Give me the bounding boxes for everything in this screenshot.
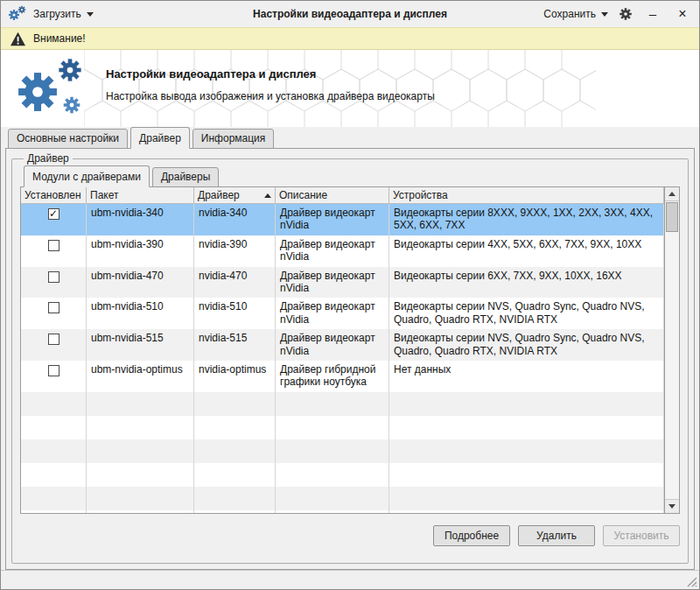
driver-cell: nvidia-470 (194, 267, 276, 299)
installed-cell (21, 329, 87, 361)
table-row-nvidia-optimus[interactable]: ubm-nvidia-optimus nvidia-optimus Драйве… (21, 361, 664, 392)
description-cell: Драйвер гибридной графики ноутбука (276, 361, 389, 392)
table-header-row: Установлен Пакет Драйвер Описание Устрой… (21, 187, 664, 204)
main-tabstrip: Основные настройки Драйвер Информация (1, 127, 699, 149)
installed-checkbox[interactable] (48, 302, 60, 313)
gear-icon (619, 7, 633, 21)
scroll-down-button[interactable] (665, 499, 679, 513)
installed-cell (21, 361, 87, 392)
table-row-nvidia-510[interactable]: ubm-nvidia-510 nvidia-510 Драйвер видеок… (21, 298, 664, 329)
devices-cell: Видеокарты серии 6XX, 7XX, 9XX, 10XX, 16… (389, 267, 664, 299)
package-cell: ubm-nvidia-340 (87, 204, 194, 235)
package-cell: ubm-nvidia-515 (87, 329, 194, 361)
driver-cell: nvidia-optimus (194, 361, 276, 392)
driver-cell: nvidia-340 (194, 204, 276, 235)
tab-driver-modules[interactable]: Модули с драйверами (24, 165, 150, 187)
action-buttons: Подробнее Удалить Установить (20, 525, 680, 546)
installed-checkbox[interactable] (48, 334, 60, 345)
description-cell: Драйвер видеокарт nVidia (276, 329, 389, 361)
table-empty-row (21, 510, 664, 514)
tab-drivers[interactable]: Драйверы (152, 167, 219, 187)
app-gears-icon (8, 5, 27, 23)
driver-cell: nvidia-510 (194, 298, 276, 329)
statusbar (1, 570, 699, 589)
scroll-up-button[interactable] (665, 187, 679, 201)
table-row-nvidia-515[interactable]: ubm-nvidia-515 nvidia-515 Драйвер видеок… (21, 329, 664, 361)
installed-checkbox[interactable] (48, 271, 60, 283)
table-empty-row (21, 463, 664, 487)
devices-cell: Видеокарты серии 4XX, 5XX, 6XX, 7XX, 9XX… (389, 235, 664, 267)
driver-groupbox-label: Драйвер (24, 152, 73, 165)
settings-button[interactable] (619, 7, 633, 21)
titlebar: Настройки видеоадаптера и дисплея Загруз… (1, 1, 699, 27)
arrow-down-icon (668, 504, 676, 509)
installed-checkbox[interactable]: ✓ (48, 208, 60, 220)
devices-cell: Видеокарты серии NVS, Quadro Sync, Quadr… (389, 329, 664, 361)
column-header-description[interactable]: Описание (276, 187, 389, 204)
scrollbar-track[interactable] (665, 201, 679, 499)
column-header-devices[interactable]: Устройства (389, 187, 664, 204)
package-cell: ubm-nvidia-510 (87, 298, 194, 329)
description-cell: Драйвер видеокарт nVidia (276, 267, 389, 299)
driver-tab-page: Драйвер Модули с драйверами Драйверы Уст… (5, 148, 695, 570)
resize-grip[interactable] (685, 575, 697, 587)
installed-checkbox[interactable] (48, 240, 60, 251)
app-window: Настройки видеоадаптера и дисплея Загруз… (0, 0, 700, 590)
table-row-nvidia-470[interactable]: ubm-nvidia-470 nvidia-470 Драйвер видеок… (21, 267, 664, 299)
page-header: Настройки видеоадаптера и дисплея Настро… (1, 50, 699, 127)
install-button: Установить (603, 525, 680, 546)
sort-ascending-icon (264, 193, 271, 198)
devices-cell: Нет данных (389, 361, 664, 392)
save-button[interactable]: Сохранить (543, 8, 608, 20)
vertical-scrollbar[interactable] (665, 186, 680, 514)
remove-button[interactable]: Удалить (518, 525, 595, 546)
package-cell: ubm-nvidia-390 (87, 235, 194, 267)
table-row-nvidia-390[interactable]: ubm-nvidia-390 nvidia-390 Драйвер видеок… (21, 235, 664, 267)
column-header-package[interactable]: Пакет (87, 187, 194, 204)
installed-cell: ✓ (21, 204, 87, 235)
save-button-label: Сохранить (543, 8, 596, 20)
devices-cell: Видеокарты серии NVS, Quadro Sync, Quadr… (389, 298, 664, 329)
arrow-up-icon (668, 192, 676, 196)
driver-groupbox: Драйвер Модули с драйверами Драйверы Уст… (11, 152, 689, 564)
table-row-nvidia-340[interactable]: ✓ ubm-nvidia-340 nvidia-340 Драйвер виде… (21, 204, 664, 235)
table-empty-row (21, 439, 664, 463)
page-subtitle: Настройка вывода изображения и установка… (106, 90, 435, 102)
driver-cell: nvidia-390 (194, 235, 276, 267)
tab-driver[interactable]: Драйвер (130, 127, 190, 149)
scrollbar-thumb[interactable] (666, 202, 678, 232)
column-header-installed[interactable]: Установлен (21, 187, 87, 204)
description-cell: Драйвер видеокарт nVidia (276, 235, 389, 267)
installed-cell (21, 267, 87, 299)
table-empty-row (21, 416, 664, 439)
details-button[interactable]: Подробнее (433, 525, 510, 546)
driver-table: Установлен Пакет Драйвер Описание Устрой… (20, 186, 665, 514)
driver-table-area: Установлен Пакет Драйвер Описание Устрой… (20, 186, 680, 514)
close-button[interactable]: × (673, 7, 692, 21)
installed-cell (21, 298, 87, 329)
devices-cell: Видеокарты серии 8XXX, 9XXX, 1XX, 2XX, 3… (389, 204, 664, 235)
load-button[interactable]: Загрузить (33, 8, 94, 20)
warning-text: Внимание! (33, 32, 86, 45)
load-button-label: Загрузить (33, 8, 81, 20)
tab-main-settings[interactable]: Основные настройки (8, 129, 128, 149)
minimize-button[interactable]: – (643, 7, 662, 21)
table-empty-row (21, 487, 664, 510)
column-header-driver[interactable]: Драйвер (194, 187, 276, 204)
inner-tabstrip: Модули с драйверами Драйверы (20, 166, 680, 187)
package-cell: ubm-nvidia-optimus (87, 361, 194, 392)
gears-illustration-icon (15, 55, 95, 123)
warning-icon (10, 32, 26, 46)
page-title: Настройки видеоадаптера и дисплея (106, 67, 435, 81)
chevron-down-icon (601, 12, 608, 17)
tab-information[interactable]: Информация (192, 129, 274, 149)
warning-banner: Внимание! (1, 27, 699, 50)
description-cell: Драйвер видеокарт nVidia (276, 204, 389, 235)
chevron-down-icon (87, 12, 94, 17)
description-cell: Драйвер видеокарт nVidia (276, 298, 389, 329)
table-empty-row (21, 392, 664, 416)
package-cell: ubm-nvidia-470 (87, 267, 194, 299)
installed-cell (21, 235, 87, 267)
installed-checkbox[interactable] (48, 365, 60, 376)
driver-cell: nvidia-515 (194, 329, 276, 361)
